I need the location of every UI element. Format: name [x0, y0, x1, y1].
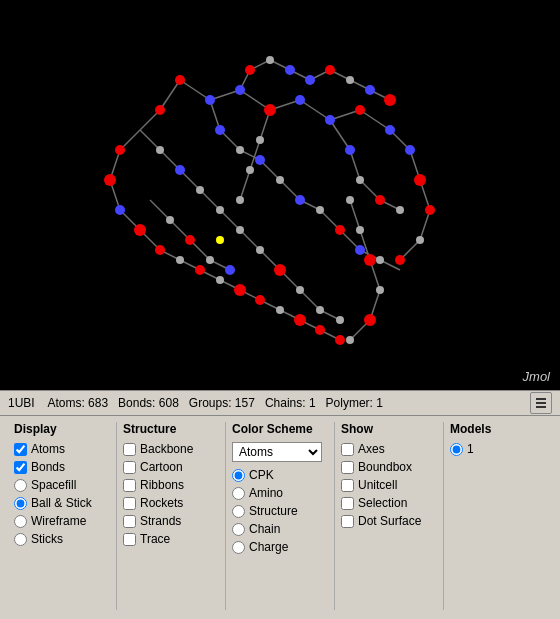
bond-count: Bonds: 608: [118, 396, 179, 410]
svg-point-110: [295, 195, 305, 205]
unitcell-checkbox-item[interactable]: Unitcell: [341, 478, 437, 492]
svg-point-145: [216, 236, 224, 244]
bonds-checkbox[interactable]: [14, 461, 27, 474]
svg-point-90: [325, 65, 335, 75]
atoms-checkbox[interactable]: [14, 443, 27, 456]
molecule-svg: [0, 0, 560, 390]
atom-count: Atoms: 683: [47, 396, 108, 410]
axes-checkbox-item[interactable]: Axes: [341, 442, 437, 456]
svg-point-107: [115, 205, 125, 215]
cpk-radio-item[interactable]: CPK: [232, 468, 328, 482]
trace-checkbox-item[interactable]: Trace: [123, 532, 219, 546]
model1-radio[interactable]: [450, 443, 463, 456]
boundbox-label: Boundbox: [358, 460, 412, 474]
cartoon-checkbox[interactable]: [123, 461, 136, 474]
svg-point-117: [176, 256, 184, 264]
settings-button[interactable]: [530, 392, 552, 414]
charge-radio-item[interactable]: Charge: [232, 540, 328, 554]
svg-point-86: [185, 235, 195, 245]
wireframe-radio[interactable]: [14, 515, 27, 528]
svg-point-87: [335, 225, 345, 235]
svg-point-135: [216, 276, 224, 284]
amino-label: Amino: [249, 486, 283, 500]
svg-point-112: [225, 265, 235, 275]
svg-point-108: [175, 165, 185, 175]
svg-point-119: [236, 146, 244, 154]
svg-point-85: [364, 254, 376, 266]
svg-point-98: [315, 325, 325, 335]
axes-checkbox[interactable]: [341, 443, 354, 456]
svg-rect-0: [0, 0, 560, 390]
rockets-checkbox-item[interactable]: Rockets: [123, 496, 219, 510]
bonds-label: Bonds: [31, 460, 65, 474]
cpk-radio[interactable]: [232, 469, 245, 482]
svg-point-116: [156, 146, 164, 154]
sticks-radio-item[interactable]: Sticks: [14, 532, 110, 546]
strands-checkbox-item[interactable]: Strands: [123, 514, 219, 528]
svg-point-140: [376, 286, 384, 294]
strands-label: Strands: [140, 514, 181, 528]
sticks-label: Sticks: [31, 532, 63, 546]
cartoon-label: Cartoon: [140, 460, 183, 474]
cartoon-checkbox-item[interactable]: Cartoon: [123, 460, 219, 474]
svg-point-142: [346, 76, 354, 84]
selection-checkbox[interactable]: [341, 497, 354, 510]
backbone-checkbox[interactable]: [123, 443, 136, 456]
charge-radio[interactable]: [232, 541, 245, 554]
molecule-viewer[interactable]: Jmol: [0, 0, 560, 390]
trace-checkbox[interactable]: [123, 533, 136, 546]
svg-point-78: [195, 265, 205, 275]
svg-point-123: [296, 286, 304, 294]
spacefill-radio[interactable]: [14, 479, 27, 492]
svg-point-129: [196, 186, 204, 194]
sticks-radio[interactable]: [14, 533, 27, 546]
bonds-checkbox-item[interactable]: Bonds: [14, 460, 110, 474]
display-section: Display Atoms Bonds Spacefill Ball & Sti…: [8, 422, 117, 610]
svg-point-81: [414, 174, 426, 186]
svg-point-95: [335, 335, 345, 345]
models-title: Models: [450, 422, 546, 436]
svg-point-115: [285, 65, 295, 75]
spacefill-radio-item[interactable]: Spacefill: [14, 478, 110, 492]
dot-surface-checkbox[interactable]: [341, 515, 354, 528]
amino-radio[interactable]: [232, 487, 245, 500]
svg-point-109: [255, 155, 265, 165]
polymer-count: Polymer: 1: [326, 396, 383, 410]
amino-radio-item[interactable]: Amino: [232, 486, 328, 500]
wireframe-radio-item[interactable]: Wireframe: [14, 514, 110, 528]
backbone-checkbox-item[interactable]: Backbone: [123, 442, 219, 456]
boundbox-checkbox-item[interactable]: Boundbox: [341, 460, 437, 474]
svg-point-124: [316, 206, 324, 214]
model1-radio-item[interactable]: 1: [450, 442, 546, 456]
ball-stick-radio[interactable]: [14, 497, 27, 510]
structure-radio-item[interactable]: Structure: [232, 504, 328, 518]
ball-stick-radio-item[interactable]: Ball & Stick: [14, 496, 110, 510]
boundbox-checkbox[interactable]: [341, 461, 354, 474]
chain-radio-item[interactable]: Chain: [232, 522, 328, 536]
ribbons-checkbox[interactable]: [123, 479, 136, 492]
rockets-checkbox[interactable]: [123, 497, 136, 510]
svg-point-99: [235, 85, 245, 95]
chain-radio[interactable]: [232, 523, 245, 536]
atoms-checkbox-item[interactable]: Atoms: [14, 442, 110, 456]
structure-section: Structure Backbone Cartoon Ribbons Rocke…: [117, 422, 226, 610]
svg-point-102: [295, 95, 305, 105]
ribbons-checkbox-item[interactable]: Ribbons: [123, 478, 219, 492]
trace-label: Trace: [140, 532, 170, 546]
molecule-id: 1UBI: [8, 396, 35, 410]
strands-checkbox[interactable]: [123, 515, 136, 528]
svg-rect-148: [536, 406, 546, 408]
svg-point-82: [395, 255, 405, 265]
colorscheme-dropdown[interactable]: Atoms Residue Chain Model Temperature: [232, 442, 322, 462]
dot-surface-checkbox-item[interactable]: Dot Surface: [341, 514, 437, 528]
show-section: Show Axes Boundbox Unitcell Selection Do…: [335, 422, 444, 610]
model1-label: 1: [467, 442, 474, 456]
svg-point-100: [325, 115, 335, 125]
svg-point-77: [134, 224, 146, 236]
structure-radio[interactable]: [232, 505, 245, 518]
selection-checkbox-item[interactable]: Selection: [341, 496, 437, 510]
svg-point-122: [276, 176, 284, 184]
unitcell-checkbox[interactable]: [341, 479, 354, 492]
status-bar: 1UBI Atoms: 683 Bonds: 608 Groups: 157 C…: [0, 390, 560, 416]
svg-point-97: [234, 284, 246, 296]
